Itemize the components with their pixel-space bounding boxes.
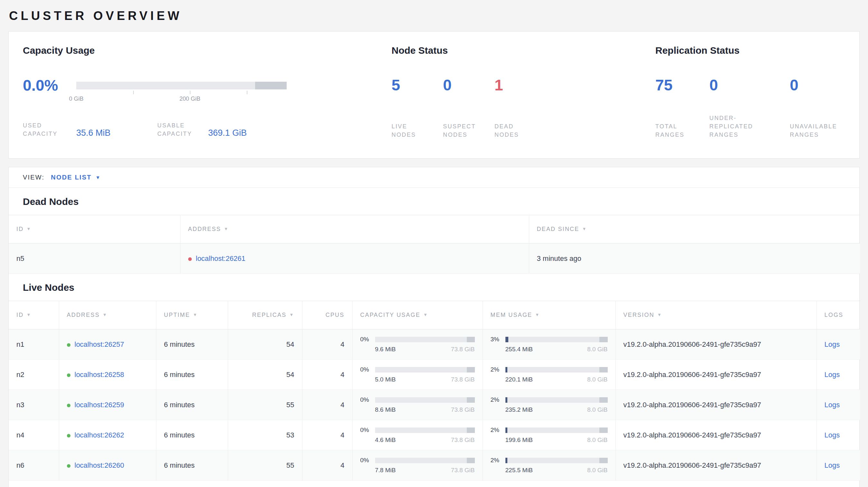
under-replicated-ranges-label: UNDER- REPLICATED RANGES <box>709 108 790 139</box>
column-header-dead-since[interactable]: DEAD SINCE▼ <box>529 215 860 244</box>
mem-total-value: 8.0 GiB <box>587 436 608 444</box>
mem-used-value: 235.2 MiB <box>505 406 533 413</box>
live-node-row: n4 localhost:26262 6 minutes 53 4 0% 4.6… <box>9 420 860 450</box>
mem-bar-reserved-segment <box>599 458 608 463</box>
node-address-link[interactable]: localhost:26259 <box>75 401 124 409</box>
axis-tick <box>133 91 134 94</box>
mem-usage-cell: 2% 220.1 MiB 8.0 GiB <box>483 360 615 390</box>
dead-since-cell: 3 minutes ago <box>529 244 860 274</box>
mem-percent-label: 3% <box>491 336 505 343</box>
column-header-version[interactable]: VERSION▼ <box>615 301 816 329</box>
column-header-id[interactable]: ID▼ <box>9 215 180 244</box>
column-header-uptime[interactable]: UPTIME▼ <box>156 301 228 329</box>
capacity-total-value: 73.8 GiB <box>451 406 475 413</box>
sort-desc-icon: ▼ <box>224 226 229 231</box>
column-header-capacity-usage[interactable]: CAPACITY USAGE▼ <box>352 301 483 329</box>
dead-node-row: n5 localhost:26261 3 minutes ago <box>9 244 860 274</box>
capacity-percent-label: 0% <box>360 336 375 343</box>
node-address-link[interactable]: localhost:26258 <box>75 370 124 379</box>
view-label: VIEW: <box>23 174 44 181</box>
mem-bar-fill <box>505 397 507 403</box>
column-header-replicas[interactable]: REPLICAS▼ <box>228 301 302 329</box>
nodes-card: Dead Nodes ID▼ ADDRESS▼ DEAD SINCE▼ n5 l… <box>8 188 860 487</box>
live-status-dot-icon <box>67 464 70 468</box>
live-nodes-stat: 5 LIVE NODES <box>392 76 443 139</box>
total-ranges-label: TOTAL RANGES <box>655 108 709 139</box>
capacity-percent-label: 0% <box>360 396 375 403</box>
mem-usage-bar: 2% 220.1 MiB 8.0 GiB <box>491 366 608 383</box>
total-ranges-stat: 75 TOTAL RANGES <box>655 76 709 139</box>
mem-bar-reserved-segment <box>599 397 608 403</box>
version-cell: v19.2.0-alpha.20190606-2491-gfe735c9a97 <box>615 390 816 420</box>
node-id-cell: n3 <box>9 390 59 420</box>
unavailable-ranges-count: 0 <box>790 76 861 94</box>
capacity-used-value: 4.6 MiB <box>375 436 396 444</box>
sort-desc-icon: ▼ <box>26 226 31 231</box>
cpus-cell: 4 <box>302 390 352 420</box>
capacity-used-value: 9.6 MiB <box>375 346 396 353</box>
total-ranges-count: 75 <box>655 76 709 94</box>
mem-bar-track <box>505 458 608 463</box>
capacity-used-value: 5.0 MiB <box>375 376 396 383</box>
logs-link[interactable]: Logs <box>825 340 840 348</box>
uptime-cell: 6 minutes <box>156 390 228 420</box>
mem-bar-track <box>505 337 608 342</box>
mem-used-value: 220.1 MiB <box>505 376 533 383</box>
capacity-bar-axis: 0 GiB 200 GiB <box>76 91 287 105</box>
sort-desc-icon: ▼ <box>26 312 31 317</box>
view-selector-dropdown[interactable]: NODE LIST ▼ <box>51 174 100 181</box>
page-title: CLUSTER OVERVIEW <box>8 0 860 31</box>
capacity-percent-label: 0% <box>360 366 375 373</box>
suspect-nodes-label: SUSPECT NODES <box>443 108 494 139</box>
node-id-cell: n4 <box>9 420 59 450</box>
capacity-used-value: 8.6 MiB <box>375 406 396 413</box>
live-nodes-count: 5 <box>392 76 443 94</box>
capacity-usage-cell: 0% 8.6 MiB 73.8 GiB <box>352 390 483 420</box>
capacity-bar-track <box>375 427 475 433</box>
column-header-logs: LOGS <box>816 301 860 329</box>
capacity-total-value: 73.8 GiB <box>451 436 475 444</box>
logs-link[interactable]: Logs <box>825 461 840 469</box>
node-address-link[interactable]: localhost:26260 <box>75 461 124 469</box>
cluster-summary-card: Capacity Usage 0.0% 0 GiB 200 GiB <box>8 31 860 159</box>
live-status-dot-icon <box>67 374 70 377</box>
column-header-address[interactable]: ADDRESS▼ <box>180 215 529 244</box>
node-address-cell: localhost:26262 <box>59 420 156 450</box>
column-header-id[interactable]: ID▼ <box>9 301 59 329</box>
mem-usage-cell: 3% 255.4 MiB 8.0 GiB <box>483 329 615 360</box>
mem-bar-track <box>505 367 608 372</box>
capacity-used-value: 7.8 MiB <box>375 467 396 474</box>
axis-tick <box>190 91 190 94</box>
node-address-link[interactable]: localhost:26262 <box>75 431 124 439</box>
node-id-cell: n5 <box>9 244 180 274</box>
node-address-link[interactable]: localhost:26257 <box>75 340 124 348</box>
mem-usage-cell: 2% 235.2 MiB 8.0 GiB <box>483 390 615 420</box>
capacity-bar-reserved-segment <box>467 427 475 433</box>
node-address-cell: localhost:26257 <box>59 329 156 360</box>
column-header-mem-usage[interactable]: MEM USAGE▼ <box>483 301 615 329</box>
logs-link[interactable]: Logs <box>825 401 840 409</box>
replicas-cell: 55 <box>228 450 302 481</box>
capacity-usage-section: Capacity Usage 0.0% 0 GiB 200 GiB <box>23 44 392 158</box>
capacity-percent: 0.0% <box>23 76 76 94</box>
column-header-cpus: CPUS <box>302 301 352 329</box>
capacity-usage-cell: 0% 7.8 MiB 73.8 GiB <box>352 450 483 481</box>
capacity-total-value: 73.8 GiB <box>451 346 475 353</box>
node-address-cell: localhost:26260 <box>59 450 156 481</box>
chevron-down-icon: ▼ <box>96 175 100 180</box>
live-node-row: n6 localhost:26260 6 minutes 55 4 0% 7.8… <box>9 450 860 481</box>
node-address-link[interactable]: localhost:26261 <box>196 254 245 262</box>
logs-link[interactable]: Logs <box>825 370 840 379</box>
live-nodes-table: ID▼ ADDRESS▼ UPTIME▼ REPLICAS▼ CPUS CAPA… <box>9 301 860 481</box>
used-capacity-label: USED CAPACITY <box>23 121 76 138</box>
capacity-percent-label: 0% <box>360 426 375 433</box>
mem-percent-label: 2% <box>491 396 505 403</box>
mem-used-value: 199.6 MiB <box>505 436 533 444</box>
dead-nodes-heading: Dead Nodes <box>9 188 859 215</box>
cpus-cell: 4 <box>302 450 352 481</box>
view-bar: VIEW: NODE LIST ▼ <box>8 167 860 188</box>
logs-link[interactable]: Logs <box>825 431 840 439</box>
version-cell: v19.2.0-alpha.20190606-2491-gfe735c9a97 <box>615 420 816 450</box>
usable-capacity-value: 369.1 GiB <box>208 128 247 138</box>
column-header-address[interactable]: ADDRESS▼ <box>59 301 156 329</box>
